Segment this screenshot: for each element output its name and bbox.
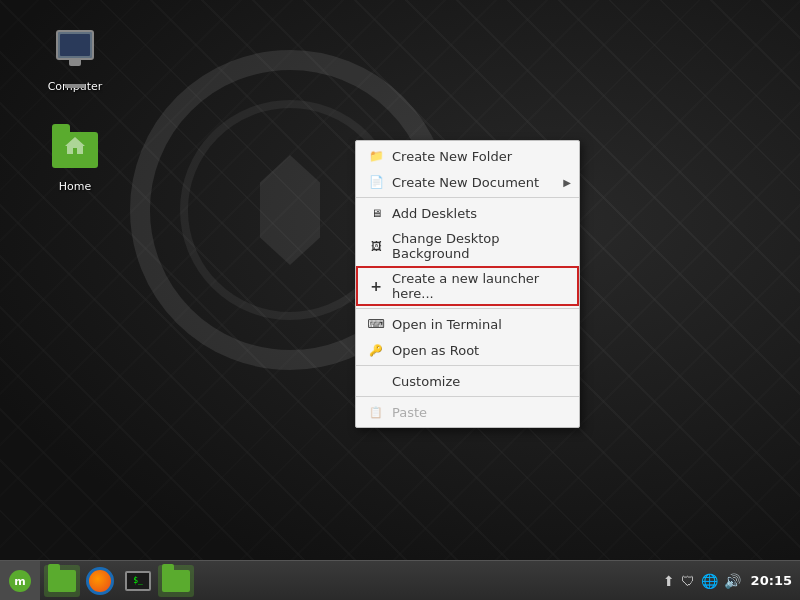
network-icon[interactable]: 🌐 — [701, 573, 718, 589]
svg-marker-0 — [65, 137, 85, 154]
folder2-icon — [162, 570, 190, 592]
home-icon-image — [51, 128, 99, 176]
terminal-icon — [368, 316, 384, 332]
submenu-arrow: ▶ — [563, 177, 571, 188]
menu-item-create-launcher[interactable]: Create a new launcher here... — [356, 266, 579, 306]
volume-icon[interactable]: 🔊 — [724, 573, 741, 589]
change-desktop-bg-label: Change Desktop Background — [392, 231, 567, 261]
wallpaper-icon — [368, 238, 384, 254]
menu-item-open-as-root[interactable]: Open as Root — [356, 337, 579, 363]
menu-item-paste[interactable]: Paste — [356, 399, 579, 425]
taskbar-app-firefox[interactable] — [82, 565, 118, 597]
create-new-document-label: Create New Document — [392, 175, 539, 190]
paste-icon — [368, 404, 384, 420]
desktop: Computer Home Create New Folder — [0, 0, 800, 600]
shield-icon[interactable]: 🛡 — [681, 573, 695, 589]
network-upload-icon[interactable]: ⬆ — [663, 573, 675, 589]
taskbar: m $_ ⬆ 🛡 🌐 🔊 — [0, 560, 800, 600]
create-new-folder-label: Create New Folder — [392, 149, 512, 164]
menu-separator-3 — [356, 365, 579, 366]
firefox-icon — [86, 567, 114, 595]
create-folder-icon — [368, 148, 384, 164]
taskbar-app-folder1[interactable] — [44, 565, 80, 597]
paste-label: Paste — [392, 405, 427, 420]
monitor-shape — [56, 30, 94, 60]
mint-logo-icon: m — [8, 569, 32, 593]
computer-icon-image — [51, 28, 99, 76]
folder1-icon — [48, 570, 76, 592]
taskbar-apps: $_ — [40, 565, 655, 597]
menu-separator-4 — [356, 396, 579, 397]
desktop-icon-home[interactable]: Home — [35, 120, 115, 201]
system-tray: ⬆ 🛡 🌐 🔊 20:15 — [655, 573, 800, 589]
svg-text:m: m — [14, 575, 25, 588]
customize-icon — [368, 373, 384, 389]
menu-item-change-desktop-bg[interactable]: Change Desktop Background — [356, 226, 579, 266]
menu-item-open-terminal[interactable]: Open in Terminal — [356, 311, 579, 337]
desklet-icon — [368, 205, 384, 221]
menu-item-create-new-document[interactable]: Create New Document ▶ — [356, 169, 579, 195]
home-icon-label: Home — [59, 180, 91, 193]
root-icon — [368, 342, 384, 358]
open-terminal-label: Open in Terminal — [392, 317, 502, 332]
customize-label: Customize — [392, 374, 460, 389]
desktop-icon-computer[interactable]: Computer — [35, 20, 115, 101]
start-button[interactable]: m — [0, 561, 40, 601]
clock-display: 20:15 — [751, 573, 792, 588]
open-as-root-label: Open as Root — [392, 343, 479, 358]
terminal-taskbar-icon: $_ — [125, 571, 151, 591]
home-folder-shape — [52, 132, 98, 168]
menu-item-add-desklets[interactable]: Add Desklets — [356, 200, 579, 226]
taskbar-app-folder2[interactable] — [158, 565, 194, 597]
context-menu: Create New Folder Create New Document ▶ … — [355, 140, 580, 428]
create-document-icon — [368, 174, 384, 190]
launcher-icon — [368, 278, 384, 294]
add-desklets-label: Add Desklets — [392, 206, 477, 221]
menu-separator-1 — [356, 197, 579, 198]
create-launcher-label: Create a new launcher here... — [392, 271, 567, 301]
menu-item-customize[interactable]: Customize — [356, 368, 579, 394]
taskbar-app-terminal[interactable]: $_ — [120, 565, 156, 597]
menu-separator-2 — [356, 308, 579, 309]
menu-item-create-new-folder[interactable]: Create New Folder — [356, 143, 579, 169]
